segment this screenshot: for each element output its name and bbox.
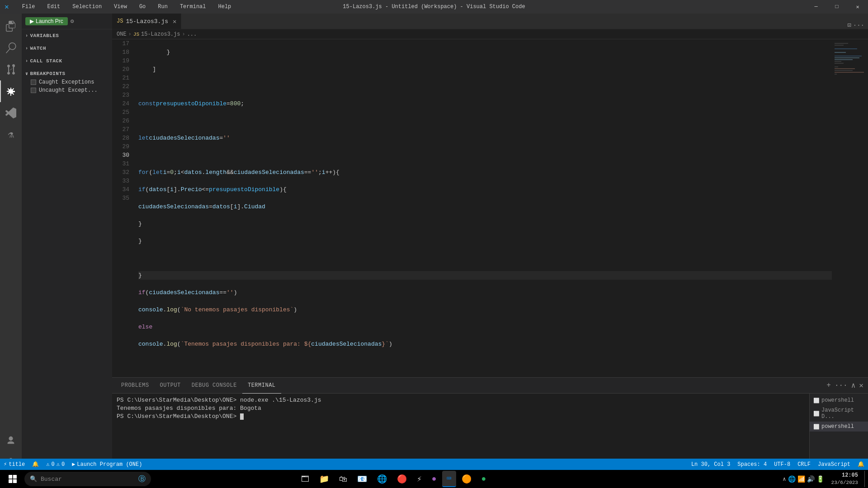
clock-date: 23/6/2023 [831,479,858,486]
status-language[interactable]: JavaScript [814,459,854,470]
show-desktop-icon[interactable] [864,471,866,487]
menu-file[interactable]: File [19,3,38,11]
more-actions-icon[interactable]: ··· [853,22,864,29]
watch-header[interactable]: › WATCH [22,44,112,53]
menu-view[interactable]: View [111,3,130,11]
code-line-31: if(ciudadesSelecionadas == '') [138,288,832,297]
debug-config-icon[interactable]: ⚙ [71,18,74,25]
taskbar-app-vscode-blue[interactable]: ⚡ [412,471,426,487]
taskbar-app-mail[interactable]: 📧 [353,471,372,487]
taskbar-app-edge[interactable]: 🌐 [373,471,392,487]
warning-count: 0 [61,461,65,468]
caught-exceptions-checkbox[interactable] [31,80,36,85]
panel-close-icon[interactable]: ✕ [858,380,864,391]
panel-tab-output[interactable]: OUTPUT [155,378,186,394]
taskbar-app-purple[interactable]: ● [427,471,441,487]
status-cursor-position[interactable]: Ln 30, Col 3 [688,459,734,470]
taskbar-app-store[interactable]: 🛍 [335,471,352,487]
panel-tab-terminal[interactable]: TERMINAL [242,378,281,394]
status-indent[interactable]: Spaces: 4 [734,459,770,470]
activity-bar-item-explorer[interactable] [0,15,22,37]
variables-header[interactable]: › VARIABLES [22,31,112,40]
search-icon: 🔍 [30,475,37,483]
new-terminal-icon[interactable]: + [826,380,832,390]
terminal-instance-1[interactable]: ⬜ powershell [810,395,868,405]
minimize-button[interactable]: ─ [806,0,826,14]
taskbar-app-vscode[interactable]: ⌨ [442,471,456,487]
caught-exceptions-item[interactable]: Caught Exceptions [22,78,112,86]
uncaught-exceptions-checkbox[interactable] [31,88,36,93]
split-editor-icon[interactable]: ⊡ [847,21,851,29]
tray-volume-icon[interactable]: 🔊 [807,475,815,483]
status-notifications-icon[interactable]: 🔔 [854,459,868,470]
search-placeholder: Buscar [41,476,62,483]
code-content[interactable]: } ] const presupuestoDiponible = 800; le… [135,39,832,377]
panel-tab-problems[interactable]: PROBLEMS [116,378,155,394]
taskbar-app-chrome[interactable]: 🟠 [457,471,476,487]
code-editor[interactable]: 17 18 19 20 21 22 23 24 25 26 27 28 29 3… [112,39,868,377]
tab-close-icon[interactable]: ✕ [173,18,176,25]
menu-help[interactable]: Help [216,3,234,11]
activity-bar-item-debug[interactable] [0,80,22,102]
status-launch-item[interactable]: ▶ Launch Program (ONE) [68,459,146,470]
tray-up-icon[interactable]: ∧ [783,476,786,483]
taskbar-app-files[interactable]: 📁 [315,471,334,487]
status-debug-item[interactable]: ⚡ title [0,459,28,470]
tray-battery-icon[interactable]: 🔋 [816,475,824,483]
menu-terminal[interactable]: Terminal [177,3,209,11]
svg-rect-18 [13,479,17,483]
taskbar-app-green[interactable]: ● [477,471,491,487]
taskbar: 🔍 Buscar Ⓑ 🗔 📁 🛍 📧 🌐 🔴 ⚡ ● ⌨ 🟠 ● ∧ 🌐 📶 🔊… [0,470,868,488]
maximize-button[interactable]: □ [826,0,847,14]
status-notification-item[interactable]: 🔔 [28,459,42,470]
svg-rect-3 [835,48,857,49]
window-controls: ─ □ ✕ [806,0,868,14]
start-button[interactable] [2,471,24,487]
taskbar-app-red[interactable]: 🔴 [392,471,411,487]
breakpoints-header[interactable]: ∨ BREAKPOINTS [22,69,112,78]
activity-bar-item-search[interactable] [0,37,22,59]
code-line-23 [138,151,832,160]
status-errors-item[interactable]: ⚠ 0 ⚠ 0 [42,459,68,470]
chevron-right-icon: › [25,59,28,64]
terminal-line-3: PS C:\Users\StarMedia\Desktop\ONE> [117,413,805,421]
panel-actions-icon[interactable]: ··· [834,380,849,390]
taskbar-app-explorer[interactable]: 🗔 [297,471,314,487]
uncaught-exceptions-item[interactable]: Uncaught Except... [22,86,112,94]
activity-bar-item-testing[interactable]: ⚗ [0,124,22,145]
breadcrumb-workspace[interactable]: ONE [117,31,127,38]
taskbar-search[interactable]: 🔍 Buscar Ⓑ [24,472,151,486]
activity-bar-item-scm[interactable] [0,59,22,80]
status-encoding[interactable]: UTF-8 [770,459,794,470]
callstack-header[interactable]: › CALL STACK [22,56,112,66]
menu-edit[interactable]: Edit [44,3,63,11]
activity-bar-item-account[interactable] [0,430,22,451]
svg-rect-7 [835,59,853,60]
taskbar-clock[interactable]: 12:05 23/6/2023 [828,472,862,486]
sidebar-section-watch: › WATCH [22,42,112,55]
close-button[interactable]: ✕ [847,0,868,14]
terminal-instance-2[interactable]: ⬜ JavaScript D... [810,405,868,422]
tab-15-lazos3[interactable]: JS 15-Lazos3.js ✕ [112,14,181,29]
sidebar-section-variables: › VARIABLES [22,29,112,42]
activity-bar: ⚗ [0,14,22,477]
panel-chevron-up-icon[interactable]: ∧ [850,380,857,391]
breadcrumb-symbol[interactable]: ... [187,31,197,38]
svg-rect-16 [13,475,17,479]
activity-bar-item-extensions[interactable] [0,102,22,124]
panel-tab-debug-console[interactable]: DEBUG CONSOLE [186,378,242,394]
status-eol[interactable]: CRLF [794,459,814,470]
breadcrumb-file[interactable]: 15-Lazos3.js [141,31,180,38]
tray-network-icon[interactable]: 🌐 [788,475,796,483]
tray-wifi-icon[interactable]: 📶 [797,475,805,483]
indent-label: Spaces: 4 [737,461,767,468]
menu-run[interactable]: Run [155,3,170,11]
notifications-bell-icon: 🔔 [858,461,864,468]
terminal-instance-3[interactable]: ⬜ powershell [810,422,868,432]
code-line-17: } [138,48,832,56]
launch-button[interactable]: ▶ Launch Prc [25,17,68,25]
svg-rect-10 [835,66,838,67]
svg-rect-17 [9,479,12,483]
menu-selection[interactable]: Selection [70,3,104,11]
menu-go[interactable]: Go [137,3,148,11]
